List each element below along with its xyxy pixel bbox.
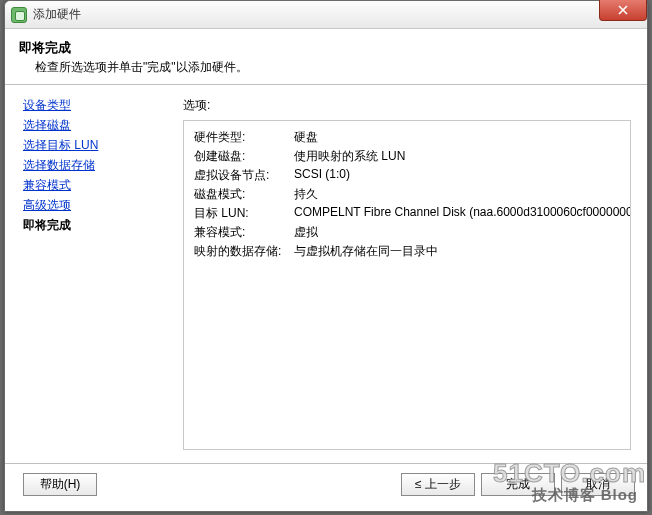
finish-button[interactable]: 完成 bbox=[481, 473, 555, 496]
close-icon bbox=[618, 5, 628, 15]
row-target-lun: 目标 LUN: COMPELNT Fibre Channel Disk (naa… bbox=[194, 205, 620, 222]
step-select-disk[interactable]: 选择磁盘 bbox=[23, 117, 167, 134]
row-compat-mode: 兼容模式: 虚拟 bbox=[194, 224, 620, 241]
page-subtitle: 检查所选选项并单击"完成"以添加硬件。 bbox=[19, 59, 633, 76]
titlebar: 添加硬件 bbox=[5, 1, 647, 29]
cancel-button[interactable]: 取消 bbox=[561, 473, 635, 496]
step-device-type[interactable]: 设备类型 bbox=[23, 97, 167, 114]
page-title: 即将完成 bbox=[19, 39, 633, 57]
step-select-datastore[interactable]: 选择数据存储 bbox=[23, 157, 167, 174]
dialog-window: 添加硬件 即将完成 检查所选选项并单击"完成"以添加硬件。 设备类型 选择磁盘 … bbox=[4, 0, 648, 512]
content: 设备类型 选择磁盘 选择目标 LUN 选择数据存储 兼容模式 高级选项 即将完成… bbox=[5, 85, 647, 463]
step-ready-to-complete: 即将完成 bbox=[23, 217, 167, 234]
window-title: 添加硬件 bbox=[33, 6, 81, 23]
main-panel: 选项: 硬件类型: 硬盘 创建磁盘: 使用映射的系统 LUN 虚拟设备节点: S… bbox=[175, 85, 647, 463]
help-button[interactable]: 帮助(H) bbox=[23, 473, 97, 496]
step-select-target-lun[interactable]: 选择目标 LUN bbox=[23, 137, 167, 154]
app-icon bbox=[11, 7, 27, 23]
row-disk-mode: 磁盘模式: 持久 bbox=[194, 186, 620, 203]
close-button[interactable] bbox=[599, 0, 647, 21]
step-advanced-options[interactable]: 高级选项 bbox=[23, 197, 167, 214]
row-hardware-type: 硬件类型: 硬盘 bbox=[194, 129, 620, 146]
back-button[interactable]: ≤ 上一步 bbox=[401, 473, 475, 496]
row-mapped-datastore: 映射的数据存储: 与虚拟机存储在同一目录中 bbox=[194, 243, 620, 260]
row-virtual-device-node: 虚拟设备节点: SCSI (1:0) bbox=[194, 167, 620, 184]
header: 即将完成 检查所选选项并单击"完成"以添加硬件。 bbox=[5, 29, 647, 85]
wizard-steps: 设备类型 选择磁盘 选择目标 LUN 选择数据存储 兼容模式 高级选项 即将完成 bbox=[5, 85, 175, 463]
footer: 帮助(H) ≤ 上一步 完成 取消 bbox=[5, 463, 647, 505]
options-label: 选项: bbox=[183, 97, 647, 114]
row-create-disk: 创建磁盘: 使用映射的系统 LUN bbox=[194, 148, 620, 165]
summary-box: 硬件类型: 硬盘 创建磁盘: 使用映射的系统 LUN 虚拟设备节点: SCSI … bbox=[183, 120, 631, 450]
step-compat-mode[interactable]: 兼容模式 bbox=[23, 177, 167, 194]
